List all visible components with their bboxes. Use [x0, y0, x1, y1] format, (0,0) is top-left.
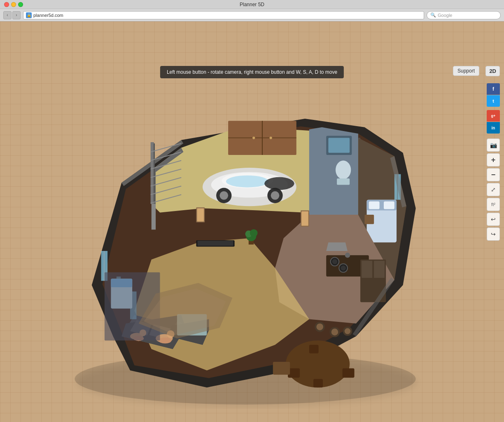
url-text: planner5d.com — [33, 13, 63, 18]
browser-titlebar: Planner 5D — [0, 0, 504, 9]
svg-point-14 — [271, 191, 280, 200]
floorplan-svg — [33, 46, 445, 409]
minimize-button[interactable] — [11, 2, 16, 7]
svg-point-20 — [270, 136, 272, 139]
svg-point-37 — [332, 259, 337, 264]
svg-rect-44 — [374, 261, 385, 278]
svg-point-99 — [345, 328, 350, 334]
social-buttons: f t — [487, 83, 500, 107]
svg-rect-50 — [273, 362, 290, 375]
svg-rect-25 — [337, 178, 350, 185]
maximize-button[interactable] — [18, 2, 23, 7]
svg-rect-74 — [301, 211, 308, 226]
svg-rect-47 — [343, 368, 355, 378]
close-button[interactable] — [4, 2, 9, 7]
svg-rect-70 — [198, 241, 233, 246]
view-2d-button[interactable]: 2D — [485, 66, 500, 76]
units-tool[interactable]: ft² — [487, 198, 500, 211]
svg-point-95 — [316, 324, 323, 331]
fullscreen-tool[interactable]: ⤢ — [487, 183, 500, 196]
search-icon: 🔍 — [430, 12, 436, 18]
svg-point-19 — [252, 136, 255, 139]
svg-rect-86 — [154, 143, 155, 203]
undo-tool[interactable]: ↩ — [487, 213, 500, 226]
floorplan-3d[interactable] — [33, 46, 445, 409]
svg-rect-48 — [309, 345, 319, 354]
nav-arrows: ‹ › — [3, 11, 21, 19]
svg-point-41 — [345, 253, 350, 258]
svg-point-12 — [219, 191, 228, 200]
svg-point-97 — [331, 328, 338, 335]
svg-point-10 — [226, 176, 269, 188]
forward-button[interactable]: › — [12, 11, 21, 19]
search-placeholder: Google — [438, 13, 452, 18]
zoom-out-tool[interactable]: − — [487, 168, 500, 181]
svg-rect-29 — [369, 202, 380, 209]
support-button[interactable]: Support — [453, 66, 479, 76]
svg-rect-72 — [197, 208, 204, 221]
linkedin-button[interactable]: in — [487, 122, 500, 134]
right-sidebar: f t g+ in 📷 + − ⤢ ft² ↩ ↪ — [487, 83, 500, 241]
social-buttons-2: g+ in — [487, 110, 500, 134]
svg-rect-23 — [328, 138, 350, 153]
search-bar[interactable]: 🔍 Google — [427, 11, 501, 19]
svg-point-68 — [250, 229, 258, 237]
redo-tool[interactable]: ↪ — [487, 227, 500, 241]
svg-point-63 — [159, 338, 171, 343]
svg-rect-81 — [111, 279, 132, 287]
svg-rect-31 — [364, 215, 374, 224]
facebook-button[interactable]: f — [487, 83, 500, 95]
svg-point-39 — [341, 265, 345, 270]
browser-chrome: Planner 5D ‹ › 🔒 planner5d.com 🔍 Google — [0, 0, 504, 22]
twitter-button[interactable]: t — [487, 95, 500, 107]
svg-rect-30 — [384, 202, 394, 209]
main-view[interactable]: Left mouse button - rotate camera, right… — [0, 21, 504, 422]
browser-window-controls — [4, 2, 23, 7]
address-bar[interactable]: 🔒 planner5d.com — [23, 11, 424, 19]
svg-point-24 — [336, 160, 351, 179]
svg-marker-6 — [152, 204, 156, 230]
units-label: ft² — [491, 202, 495, 207]
camera-tool[interactable]: 📷 — [487, 138, 500, 152]
gplus-button[interactable]: g+ — [487, 110, 500, 122]
browser-title: Planner 5D — [240, 2, 264, 7]
address-icon: 🔒 — [26, 12, 32, 18]
svg-point-15 — [264, 177, 294, 190]
svg-rect-49 — [313, 379, 323, 388]
tooltip-bar: Left mouse button - rotate camera, right… — [160, 66, 344, 78]
zoom-in-tool[interactable]: + — [487, 153, 500, 166]
svg-rect-43 — [362, 261, 372, 278]
svg-marker-40 — [326, 242, 348, 251]
back-button[interactable]: ‹ — [3, 11, 12, 19]
browser-toolbar: ‹ › 🔒 planner5d.com 🔍 Google — [0, 9, 504, 21]
